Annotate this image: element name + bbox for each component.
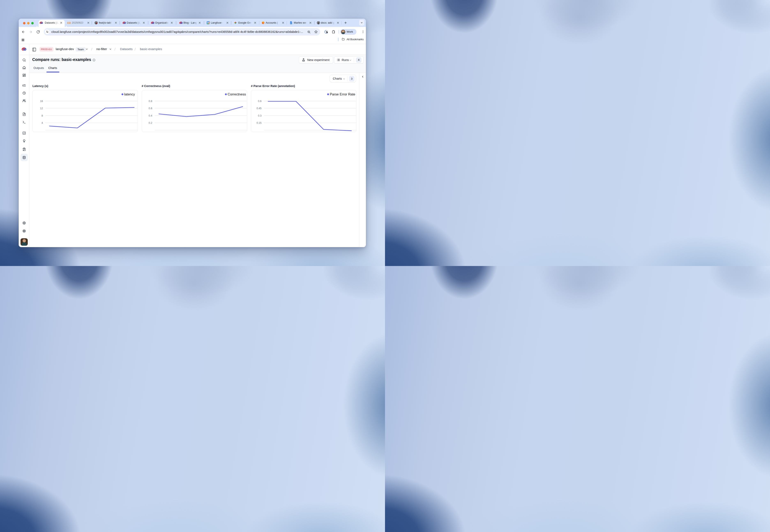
svg-text:0.6: 0.6 — [258, 100, 261, 103]
svg-text:0.8: 0.8 — [148, 100, 152, 103]
svg-text:8: 8 — [41, 114, 43, 117]
svg-text:0.3: 0.3 — [258, 114, 261, 117]
svg-text:0.15: 0.15 — [257, 122, 261, 124]
svg-text:0.6: 0.6 — [148, 107, 152, 110]
svg-text:0.45: 0.45 — [257, 107, 261, 110]
svg-text:0.2: 0.2 — [148, 122, 152, 124]
svg-text:latency: latency — [124, 92, 135, 96]
svg-text:12: 12 — [40, 107, 43, 110]
svg-text:6: 6 — [208, 22, 209, 23]
svg-text:0.4: 0.4 — [148, 114, 152, 117]
svg-text:4: 4 — [41, 122, 43, 124]
svg-text:Parse Error Rate: Parse Error Rate — [330, 92, 355, 96]
svg-text:Correctness: Correctness — [228, 92, 246, 96]
svg-text:16: 16 — [40, 100, 43, 103]
